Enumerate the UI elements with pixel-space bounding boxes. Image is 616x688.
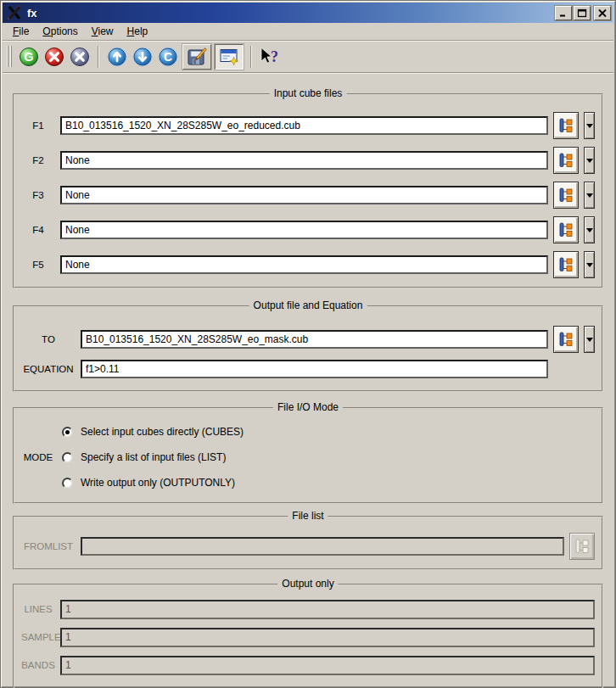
toolbar-separator bbox=[250, 46, 252, 68]
chevron-down-icon bbox=[586, 124, 593, 128]
to-row: TO bbox=[21, 326, 595, 353]
radio-cubes[interactable]: Select input cubes directly (CUBES) bbox=[62, 426, 595, 438]
menu-help[interactable]: Help bbox=[120, 24, 155, 39]
radio-button-icon[interactable] bbox=[62, 427, 73, 438]
group-file-io-mode: File I/O Mode MODE Select input cubes di… bbox=[13, 407, 603, 504]
new-window-button[interactable] bbox=[215, 44, 244, 70]
file-row-f1: F1 bbox=[21, 112, 595, 139]
group-input-cube-files: Input cube files F1 F2 bbox=[13, 93, 603, 288]
to-browse-button[interactable] bbox=[553, 326, 579, 353]
fromlist-row: FROMLIST bbox=[21, 533, 595, 560]
mode-label: MODE bbox=[21, 452, 55, 462]
close-button[interactable] bbox=[594, 6, 611, 20]
menu-file[interactable]: File bbox=[6, 24, 36, 39]
title-bar: fx bbox=[3, 3, 613, 23]
f5-dropdown-button[interactable] bbox=[584, 251, 595, 278]
f1-dropdown-button[interactable] bbox=[584, 112, 595, 139]
close-circle-button[interactable] bbox=[68, 45, 92, 69]
equation-row: EQUATION bbox=[21, 358, 595, 380]
f3-input[interactable] bbox=[60, 186, 548, 204]
radio-outputonly-label: Write output only (OUTPUTONLY) bbox=[81, 477, 235, 489]
file-browse-icon bbox=[557, 221, 574, 238]
group-title: Output file and Equation bbox=[249, 299, 367, 311]
chevron-down-icon bbox=[586, 228, 593, 232]
file-browse-icon bbox=[557, 187, 574, 204]
radio-list[interactable]: Specify a list of input files (LIST) bbox=[62, 451, 595, 463]
maximize-icon bbox=[577, 8, 587, 18]
svg-text:G: G bbox=[24, 50, 33, 64]
redo-down-button[interactable] bbox=[131, 45, 154, 69]
group-title: File I/O Mode bbox=[273, 401, 343, 413]
samples-row: SAMPLES bbox=[21, 627, 595, 647]
f2-dropdown-button[interactable] bbox=[584, 147, 595, 174]
radio-outputonly[interactable]: Write output only (OUTPUTONLY) bbox=[62, 477, 595, 489]
close-circle-icon bbox=[70, 47, 90, 67]
stop-icon bbox=[44, 47, 64, 67]
toolbar-separator bbox=[98, 46, 99, 68]
menu-options[interactable]: Options bbox=[36, 24, 84, 39]
file-browse-icon bbox=[557, 117, 574, 134]
f3-label: F3 bbox=[21, 190, 55, 200]
lines-label: LINES bbox=[21, 604, 55, 614]
f4-browse-button[interactable] bbox=[553, 216, 579, 243]
toolbar-drag-handle[interactable] bbox=[7, 46, 12, 67]
menu-bar: File Options View Help bbox=[3, 23, 613, 41]
radio-cubes-label: Select input cubes directly (CUBES) bbox=[81, 426, 244, 438]
svg-text:C: C bbox=[164, 50, 172, 64]
to-dropdown-button[interactable] bbox=[584, 326, 595, 353]
samples-label: SAMPLES bbox=[21, 632, 55, 642]
undo-up-button[interactable] bbox=[105, 45, 129, 69]
go-button[interactable]: G bbox=[17, 45, 41, 69]
chevron-down-icon bbox=[586, 193, 593, 198]
new-window-icon bbox=[219, 47, 239, 67]
window-title: fx bbox=[27, 7, 553, 20]
f4-dropdown-button[interactable] bbox=[584, 216, 595, 243]
file-row-f5: F5 bbox=[21, 251, 595, 278]
x11-logo-icon bbox=[7, 5, 22, 20]
f2-label: F2 bbox=[21, 155, 55, 165]
whats-this-button[interactable]: ? bbox=[258, 45, 282, 69]
maximize-button[interactable] bbox=[574, 6, 591, 20]
f4-input[interactable] bbox=[60, 221, 548, 239]
group-output-only: Output only LINES SAMPLES BANDS bbox=[13, 584, 603, 688]
group-title: Output only bbox=[277, 578, 338, 590]
radio-button-icon[interactable] bbox=[62, 478, 73, 489]
f3-dropdown-button[interactable] bbox=[584, 182, 595, 209]
f1-browse-button[interactable] bbox=[553, 112, 579, 139]
samples-input bbox=[60, 628, 595, 647]
file-row-f2: F2 bbox=[21, 147, 595, 174]
equation-input[interactable] bbox=[81, 360, 548, 378]
stop-button[interactable] bbox=[42, 45, 66, 69]
equation-label: EQUATION bbox=[21, 364, 76, 374]
group-title: Input cube files bbox=[270, 87, 347, 99]
f2-browse-button[interactable] bbox=[553, 147, 579, 174]
reload-button[interactable]: C bbox=[156, 45, 180, 69]
f1-label: F1 bbox=[21, 120, 55, 131]
app-window: fx File Options View Help G bbox=[0, 0, 616, 688]
minimize-button[interactable] bbox=[555, 6, 572, 20]
file-row-f3: F3 bbox=[21, 182, 595, 209]
f5-input[interactable] bbox=[60, 255, 548, 274]
close-icon bbox=[597, 8, 608, 18]
f2-input[interactable] bbox=[60, 151, 548, 170]
group-output-file-equation: Output file and Equation TO EQUATION bbox=[13, 305, 603, 392]
radio-button-icon[interactable] bbox=[62, 452, 73, 463]
chevron-down-icon bbox=[586, 263, 593, 267]
menu-view[interactable]: View bbox=[85, 24, 120, 39]
mode-grid: MODE Select input cubes directly (CUBES)… bbox=[21, 422, 595, 492]
f5-browse-button[interactable] bbox=[553, 251, 579, 278]
down-arrow-icon bbox=[132, 47, 153, 67]
bands-row: BANDS bbox=[21, 655, 595, 675]
lines-row: LINES bbox=[21, 599, 595, 619]
f3-browse-button[interactable] bbox=[553, 182, 579, 209]
toolbar: G bbox=[3, 41, 613, 73]
whats-this-icon: ? bbox=[259, 47, 281, 67]
f5-label: F5 bbox=[21, 260, 55, 270]
save-button[interactable] bbox=[182, 44, 211, 70]
file-browse-icon-disabled bbox=[574, 538, 591, 555]
svg-text:?: ? bbox=[271, 48, 278, 64]
f1-input[interactable] bbox=[60, 116, 548, 135]
to-input[interactable] bbox=[81, 330, 548, 349]
chevron-down-icon bbox=[586, 159, 593, 163]
lines-input bbox=[60, 600, 595, 619]
